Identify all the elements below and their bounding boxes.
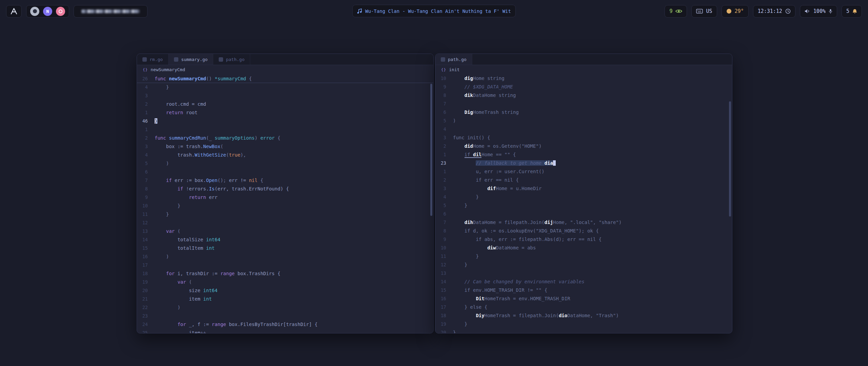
- tab-summary.go[interactable]: summary.go: [169, 54, 213, 65]
- code-line[interactable]: 4 }: [137, 83, 433, 92]
- workspace-icon-2[interactable]: N: [43, 7, 52, 16]
- line-number: 46: [137, 117, 155, 125]
- notifications-widget[interactable]: 5: [842, 5, 862, 18]
- line-number: 9: [435, 83, 453, 91]
- code-line[interactable]: 13: [435, 269, 732, 278]
- code-area-right[interactable]: 10 digHome string9 // $XDG_DATA_HOME8 di…: [435, 74, 732, 333]
- code-line[interactable]: 12 }: [435, 261, 732, 269]
- line-number: 22: [137, 303, 155, 312]
- code-line[interactable]: 16 ): [137, 252, 433, 261]
- audio-widget[interactable]: 100%: [800, 5, 837, 18]
- code-line[interactable]: 4 }: [435, 193, 732, 201]
- code-text: return root: [155, 108, 197, 117]
- code-line[interactable]: 11 }: [435, 252, 732, 261]
- code-line[interactable]: 24 for _, f := range box.FilesByTrashDir…: [137, 320, 433, 329]
- workspace-1-glyph-icon: [33, 9, 37, 13]
- line-number: 9: [137, 193, 155, 202]
- code-line[interactable]: 22 ): [137, 303, 433, 312]
- code-line[interactable]: 9 if abs, err := filepath.Abs(d); err ==…: [435, 235, 732, 244]
- code-line[interactable]: 1 u, err := user.Current(): [435, 167, 732, 176]
- tab-bar-left: rm.gosummary.gopath.go: [137, 54, 433, 65]
- line-number: 5: [435, 201, 453, 210]
- code-line[interactable]: 19 var (: [137, 278, 433, 286]
- clock-widget[interactable]: 12:31:12: [753, 5, 795, 18]
- tab-path.go[interactable]: path.go: [213, 54, 250, 65]
- weather-widget[interactable]: 29°: [722, 5, 749, 18]
- code-line[interactable]: 3func init() {: [435, 134, 732, 142]
- code-line[interactable]: 8 dikDataHome string: [435, 91, 732, 100]
- code-line[interactable]: 10 diwDataHome = abs: [435, 244, 732, 252]
- sticky-scope-line[interactable]: 26func newSummaryCmd() *summaryCmd {: [137, 74, 433, 83]
- code-line[interactable]: 1 return root: [137, 108, 433, 117]
- code-line[interactable]: 15 if env.HOME_TRASH_DIR != "" {: [435, 286, 732, 294]
- scrollbar-right[interactable]: [729, 101, 731, 217]
- code-line[interactable]: 18 for i, trashDir := range box.TrashDir…: [137, 269, 433, 278]
- workspace-icon-1[interactable]: [30, 7, 39, 16]
- code-line[interactable]: 5 }: [435, 201, 732, 210]
- keyboard-layout-widget[interactable]: US: [691, 5, 717, 18]
- now-playing-text: Wu-Tang Clan - Wu-Tang Clan Ain't Nuthin…: [365, 8, 511, 14]
- code-line[interactable]: 15 totalItem int: [137, 244, 433, 252]
- code-text: diwDataHome = abs: [453, 244, 536, 252]
- code-line[interactable]: 1 if dilHome == "" {: [435, 150, 732, 159]
- code-line[interactable]: 2 if err == nil {: [435, 176, 732, 184]
- code-line[interactable]: 2func summaryCmdRun(_ summaryOptions) er…: [137, 134, 433, 142]
- code-line[interactable]: 20 size int64: [137, 286, 433, 295]
- code-line[interactable]: 18 DiyHomeTrash = filepath.Join(dioDataH…: [435, 311, 732, 320]
- code-line[interactable]: 6: [435, 210, 732, 218]
- code-line[interactable]: 7 if err := box.Open(); err != nil {: [137, 176, 433, 185]
- code-line[interactable]: 4: [435, 125, 732, 134]
- line-number: 10: [435, 74, 453, 83]
- code-line[interactable]: 8 if d, ok := os.LookupEnv("XDG_DATA_HOM…: [435, 227, 732, 235]
- code-line[interactable]: 3: [137, 92, 433, 100]
- code-line[interactable]: 10 }: [137, 202, 433, 210]
- code-line[interactable]: 13 var (: [137, 227, 433, 236]
- code-line[interactable]: 20}: [435, 328, 732, 333]
- code-line[interactable]: 11 }: [137, 210, 433, 219]
- code-line[interactable]: 17: [137, 261, 433, 269]
- code-line[interactable]: 7: [435, 100, 732, 108]
- breadcrumb-left[interactable]: {} newSummaryCmd: [137, 65, 433, 74]
- code-line[interactable]: 16 DitHomeTrash = env.HOME_TRASH_DIR: [435, 294, 732, 303]
- code-line[interactable]: 4 trash.WithGetSize(true),: [137, 151, 433, 159]
- code-line[interactable]: 6: [137, 168, 433, 176]
- line-number: 20: [137, 286, 155, 295]
- code-line[interactable]: 2 didHome = os.Getenv("HOME"): [435, 142, 732, 150]
- code-line[interactable]: 8 if !errors.Is(err, trash.ErrNotFound) …: [137, 185, 433, 193]
- workspace-icon-3[interactable]: [56, 7, 65, 16]
- code-line[interactable]: 14 // Can be changed by environment vari…: [435, 278, 732, 286]
- code-line[interactable]: 2 root.cmd = cmd: [137, 100, 433, 108]
- code-line[interactable]: 3 box := trash.NewBox(: [137, 142, 433, 151]
- code-line[interactable]: 46}: [137, 117, 433, 125]
- code-line[interactable]: 14 totalSize int64: [137, 236, 433, 244]
- code-line[interactable]: 21 item int: [137, 295, 433, 303]
- code-line[interactable]: 3 difHome = u.HomeDir: [435, 184, 732, 193]
- code-text: dikDataHome string: [453, 91, 516, 100]
- line-number: 6: [435, 108, 453, 117]
- tab-rm.go[interactable]: rm.go: [137, 54, 169, 65]
- recorder-widget[interactable]: 9: [665, 5, 687, 18]
- code-line[interactable]: 6 DigHomeTrash string: [435, 108, 732, 117]
- function-symbol-icon: {}: [143, 67, 148, 72]
- launcher-button[interactable]: [6, 5, 22, 18]
- code-line[interactable]: 25 item++: [137, 329, 433, 333]
- now-playing-widget[interactable]: Wu-Tang Clan - Wu-Tang Clan Ain't Nuthin…: [352, 5, 516, 17]
- code-line[interactable]: 19 }: [435, 320, 732, 328]
- code-line[interactable]: 17 } else {: [435, 303, 732, 311]
- code-line[interactable]: 12: [137, 219, 433, 227]
- code-line[interactable]: 5 ): [137, 159, 433, 168]
- scrollbar-left[interactable]: [430, 84, 432, 216]
- weather-moon-icon: [726, 8, 732, 14]
- tab-path.go[interactable]: path.go: [435, 54, 472, 65]
- code-line[interactable]: 1: [137, 125, 433, 134]
- code-line[interactable]: 10 digHome string: [435, 74, 732, 83]
- code-line[interactable]: 5): [435, 117, 732, 125]
- code-line[interactable]: 23: [137, 312, 433, 320]
- breadcrumb-right[interactable]: {} init: [435, 65, 732, 74]
- line-number: 16: [435, 294, 453, 303]
- code-line[interactable]: 9 return err: [137, 193, 433, 202]
- code-area-left[interactable]: 4 }32 root.cmd = cmd1 return root46}12fu…: [137, 83, 433, 333]
- code-line[interactable]: 23 // fallback to get home dia: [435, 159, 732, 167]
- code-line[interactable]: 7 dihDataHome = filepath.Join(dijHome, "…: [435, 218, 732, 227]
- code-line[interactable]: 9 // $XDG_DATA_HOME: [435, 83, 732, 91]
